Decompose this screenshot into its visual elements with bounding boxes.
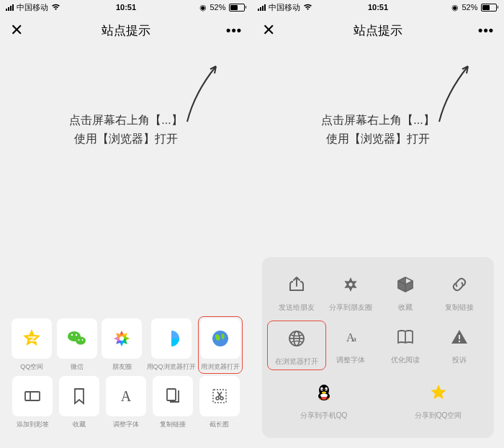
tile-warn[interactable]: 投诉 bbox=[433, 323, 487, 368]
svg-rect-11 bbox=[167, 389, 176, 400]
globe-gray-icon bbox=[279, 324, 315, 353]
wifi-icon bbox=[51, 4, 60, 11]
copy-icon bbox=[153, 376, 193, 416]
header: ✕ 站点提示 ••• bbox=[252, 14, 504, 46]
page-title: 站点提示 bbox=[354, 22, 402, 39]
tile-label: 优化阅读 bbox=[391, 355, 420, 365]
tile-label: 用QQ浏览器打开 bbox=[147, 362, 196, 372]
svg-point-13 bbox=[216, 397, 219, 400]
link-icon bbox=[441, 270, 477, 299]
arrow-icon bbox=[432, 61, 475, 125]
tile-qq[interactable]: 分享到手机QQ bbox=[275, 378, 372, 421]
tile-label: 调整字体 bbox=[113, 420, 139, 429]
clock: 10:51 bbox=[368, 3, 388, 12]
wechat-icon bbox=[57, 318, 97, 359]
tile-qqbrowser[interactable]: 用QQ浏览器打开 bbox=[147, 318, 196, 372]
tile-label: 复制链接 bbox=[445, 303, 474, 313]
more-button[interactable]: ••• bbox=[226, 23, 242, 38]
screen-left: 中国移动 10:51 ◉ 52% ✕ 站点提示 ••• 点击屏幕右上角【...】… bbox=[0, 0, 252, 448]
moments-icon bbox=[102, 318, 142, 359]
aa-icon: Aa bbox=[333, 323, 369, 351]
tile-link[interactable]: 复制链接 bbox=[433, 270, 487, 313]
more-button[interactable]: ••• bbox=[478, 23, 494, 38]
status-bar: 中国移动 10:51 ◉ 52% bbox=[252, 0, 504, 14]
tile-label: 调整字体 bbox=[336, 355, 365, 365]
book-icon bbox=[387, 323, 423, 351]
instruction-line2: 使用【浏览器】打开 bbox=[0, 130, 252, 148]
signal-icon bbox=[6, 4, 14, 11]
rect-icon bbox=[12, 376, 53, 416]
tile-share[interactable]: 发送给朋友 bbox=[269, 270, 324, 313]
font-icon: A bbox=[106, 376, 146, 416]
qzone-icon bbox=[12, 318, 52, 359]
tile-cube[interactable]: 收藏 bbox=[378, 270, 433, 313]
tile-globe[interactable]: 用浏览器打开 bbox=[198, 316, 243, 374]
tile-label: 投诉 bbox=[452, 355, 467, 365]
qqbrowser-icon bbox=[151, 318, 192, 359]
header: ✕ 站点提示 ••• bbox=[0, 14, 252, 46]
svg-point-5 bbox=[81, 339, 83, 341]
tile-label: 复制链接 bbox=[160, 420, 186, 429]
svg-point-28 bbox=[322, 392, 326, 394]
globe-icon bbox=[200, 318, 240, 359]
share-sheet-left: QQ空间微信朋友圈用QQ浏览器打开用浏览器打开 添加到彩签收藏A调整字体复制链接… bbox=[0, 311, 252, 448]
tile-label: 分享到朋友圈 bbox=[329, 303, 372, 313]
tile-moments-gray[interactable]: 分享到朋友圈 bbox=[324, 270, 379, 313]
tile-book[interactable]: 优化阅读 bbox=[378, 323, 433, 368]
tile-label: 朋友圈 bbox=[112, 362, 132, 372]
signal-icon bbox=[258, 4, 266, 11]
tile-globe-gray[interactable]: 在浏览器打开 bbox=[267, 321, 326, 370]
tile-qzone[interactable]: QQ空间 bbox=[12, 318, 53, 372]
tile-label: 微信 bbox=[71, 362, 84, 372]
share-icon bbox=[279, 270, 315, 299]
tile-moments[interactable]: 朋友圈 bbox=[102, 318, 143, 372]
svg-point-26 bbox=[321, 389, 323, 390]
tile-copy[interactable]: 复制链接 bbox=[151, 376, 194, 429]
clock: 10:51 bbox=[116, 3, 136, 12]
tile-scissors[interactable]: 截长图 bbox=[198, 376, 240, 429]
scissors-icon bbox=[199, 376, 240, 416]
tile-label: 分享到QQ空间 bbox=[415, 411, 462, 421]
svg-text:A: A bbox=[121, 388, 132, 404]
tile-label: 用浏览器打开 bbox=[201, 362, 240, 372]
qzone-star-icon bbox=[420, 378, 456, 407]
tile-label: 收藏 bbox=[398, 303, 413, 313]
svg-point-4 bbox=[78, 339, 79, 341]
svg-text:a: a bbox=[353, 334, 356, 343]
battery-pct: 52% bbox=[462, 3, 477, 12]
svg-rect-12 bbox=[213, 390, 226, 403]
arrow-icon bbox=[180, 61, 223, 125]
tile-aa[interactable]: Aa调整字体 bbox=[324, 323, 379, 368]
tile-label: QQ空间 bbox=[20, 362, 43, 372]
svg-point-2 bbox=[71, 334, 73, 336]
tile-font[interactable]: A调整字体 bbox=[105, 376, 148, 429]
content-area: 点击屏幕右上角【...】 使用【浏览器】打开 bbox=[252, 46, 504, 257]
tile-qzone-star[interactable]: 分享到QQ空间 bbox=[390, 378, 487, 421]
carrier-label: 中国移动 bbox=[17, 2, 48, 13]
svg-point-7 bbox=[212, 331, 228, 346]
svg-point-21 bbox=[459, 341, 460, 342]
svg-point-14 bbox=[220, 397, 223, 400]
tile-label: 发送给朋友 bbox=[279, 303, 315, 313]
close-button[interactable]: ✕ bbox=[10, 21, 23, 40]
tile-label: 在浏览器打开 bbox=[275, 357, 318, 367]
screen-right: 中国移动 10:51 ◉ 52% ✕ 站点提示 ••• 点击屏幕右上角【...】… bbox=[252, 0, 504, 448]
tile-rect[interactable]: 添加到彩签 bbox=[12, 376, 54, 429]
content-area: 点击屏幕右上角【...】 使用【浏览器】打开 bbox=[0, 46, 252, 311]
svg-point-3 bbox=[76, 334, 77, 336]
battery-icon-indicator: ◉ bbox=[451, 3, 459, 12]
battery-icon bbox=[229, 4, 247, 12]
tile-bookmark[interactable]: 收藏 bbox=[58, 376, 101, 429]
tile-label: 截长图 bbox=[210, 420, 229, 429]
moments-gray-icon bbox=[333, 270, 369, 299]
page-title: 站点提示 bbox=[102, 22, 150, 39]
svg-point-1 bbox=[76, 337, 86, 345]
tile-wechat[interactable]: 微信 bbox=[57, 318, 98, 372]
share-sheet-right: 发送给朋友分享到朋友圈收藏复制链接 在浏览器打开Aa调整字体优化阅读投诉 分享到… bbox=[262, 257, 494, 438]
close-button[interactable]: ✕ bbox=[262, 21, 275, 40]
battery-icon bbox=[481, 4, 499, 12]
qq-icon bbox=[306, 378, 342, 407]
tile-label: 分享到手机QQ bbox=[300, 411, 348, 421]
tile-label: 收藏 bbox=[73, 420, 86, 429]
svg-point-27 bbox=[325, 389, 326, 390]
